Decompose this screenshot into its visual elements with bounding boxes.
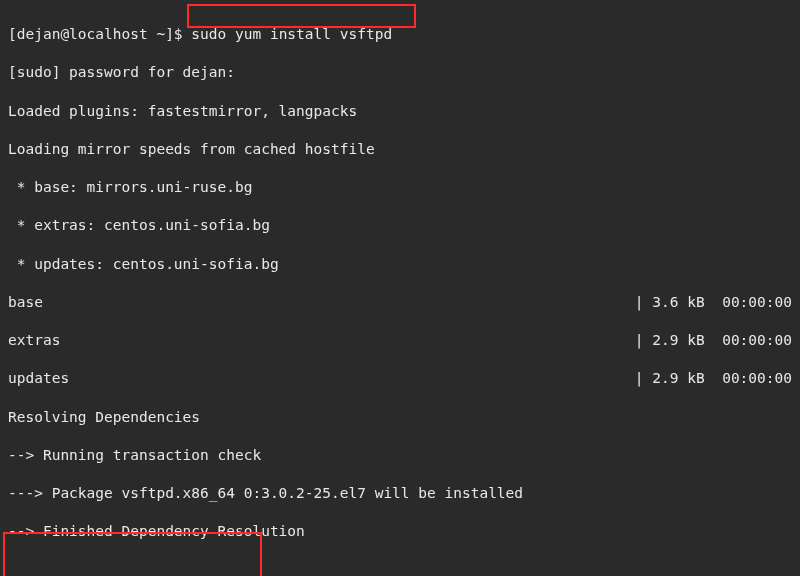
command-text: sudo yum install vsftpd bbox=[191, 26, 392, 42]
prompt-line: [dejan@localhost ~]$ sudo yum install vs… bbox=[8, 25, 792, 44]
repo-updates-line: updates| 2.9 kB 00:00:00 bbox=[8, 369, 792, 388]
mirror-base-line: * base: mirrors.uni-ruse.bg bbox=[8, 178, 792, 197]
loading-mirrors-line: Loading mirror speeds from cached hostfi… bbox=[8, 140, 792, 159]
repo-name: base bbox=[8, 293, 43, 312]
finished-resolution-line: --> Finished Dependency Resolution bbox=[8, 522, 792, 541]
repo-time: 00:00:00 bbox=[722, 294, 792, 310]
repo-name: extras bbox=[8, 331, 60, 350]
repo-time: 00:00:00 bbox=[722, 332, 792, 348]
repo-size: 2.9 kB bbox=[652, 370, 704, 386]
terminal-output[interactable]: [dejan@localhost ~]$ sudo yum install vs… bbox=[0, 0, 800, 576]
blank-line bbox=[8, 561, 792, 576]
mirror-updates-line: * updates: centos.uni-sofia.bg bbox=[8, 255, 792, 274]
mirror-extras-line: * extras: centos.uni-sofia.bg bbox=[8, 216, 792, 235]
sudo-password-line: [sudo] password for dejan: bbox=[8, 63, 792, 82]
repo-time: 00:00:00 bbox=[722, 370, 792, 386]
repo-size: 3.6 kB bbox=[652, 294, 704, 310]
repo-extras-line: extras| 2.9 kB 00:00:00 bbox=[8, 331, 792, 350]
resolving-deps-line: Resolving Dependencies bbox=[8, 408, 792, 427]
prompt-prefix: [dejan@localhost ~]$ bbox=[8, 26, 191, 42]
repo-base-line: base| 3.6 kB 00:00:00 bbox=[8, 293, 792, 312]
repo-size: 2.9 kB bbox=[652, 332, 704, 348]
plugins-line: Loaded plugins: fastestmirror, langpacks bbox=[8, 102, 792, 121]
package-install-line: ---> Package vsftpd.x86_64 0:3.0.2-25.el… bbox=[8, 484, 792, 503]
repo-name: updates bbox=[8, 369, 69, 388]
transaction-check-line: --> Running transaction check bbox=[8, 446, 792, 465]
